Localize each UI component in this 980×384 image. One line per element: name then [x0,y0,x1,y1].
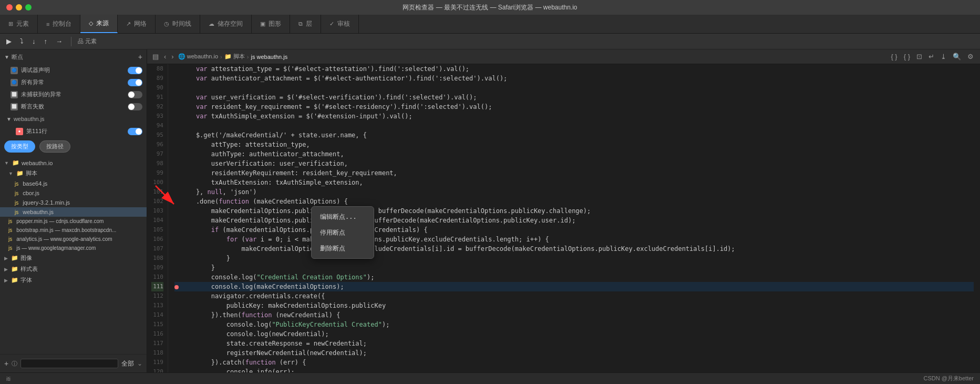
tree-gtm[interactable]: js js — www.googletagmanager.com [0,244,147,252]
tab-elements[interactable]: ⊞ 元素 [0,15,38,33]
tree-cbor[interactable]: js cbor.js [0,188,147,198]
code-line-99[interactable]: residentKeyRequirement: resident_key_req… [174,168,974,178]
minify-button[interactable]: ⊡ [914,52,924,62]
continue-button[interactable]: → [54,36,65,46]
step-over-button[interactable]: ⤵ [18,36,26,46]
tab-graphics[interactable]: ▣ 图形 [252,15,290,33]
ctx-disable-breakpoint[interactable]: 停用断点 [312,225,374,240]
filter-by-type-button[interactable]: 按类型 [4,140,35,153]
ctx-edit-breakpoint[interactable]: 编辑断点... [312,209,374,225]
code-line-110[interactable]: console.log("Credential Creation Options… [174,272,974,282]
bp-debugger-statement[interactable]: 🔵 调试器声明 [0,64,147,76]
code-line-100[interactable]: txAuthExtension: txAuthSimple_extension, [174,178,974,187]
tree-webauthn-io[interactable]: ▼ 📁 webauthn.io [0,158,147,168]
code-line-96[interactable]: attType: attestation_type, [174,140,974,149]
code-line-90[interactable] [174,83,974,93]
tab-console[interactable]: ≡ 控制台 [38,15,80,33]
step-into-button[interactable]: ↓ [30,36,38,46]
breakpoints-section-header[interactable]: ▼ 断点 + [0,49,147,64]
code-line-111[interactable]: console.log(makeCredentialOptions); [174,282,974,291]
code-line-120[interactable]: console.info(err); [174,367,974,372]
bp-assert-toggle[interactable] [128,103,142,110]
search-button[interactable]: 🔍 [951,52,963,62]
code-editor[interactable]: 8889909192939495969798991001011021031041… [147,64,980,372]
code-line-94[interactable] [174,121,974,130]
code-line-105[interactable]: if (makeCredentialOptions.publicKey.excl… [174,225,974,235]
code-line-113[interactable]: publicKey: makeCredentialOptions.publicK… [174,301,974,310]
tab-sources[interactable]: ◇ 来源 [80,15,118,33]
code-panel-toggle[interactable]: ▤ [151,52,160,62]
code-line-107[interactable]: makeCredentialOptions.publicKey.excludeC… [174,244,974,254]
code-line-98[interactable]: userVerification: user_verification, [174,159,974,168]
code-line-112[interactable]: navigator.credentials.create({ [174,291,974,301]
tree-fonts-folder[interactable]: ▶ 📁 字体 [0,275,147,286]
add-breakpoint-button[interactable]: + [138,53,142,61]
code-line-114[interactable]: }).then(function (newCredential) { [174,310,974,320]
filter-add-button[interactable]: + [4,359,8,368]
code-line-92[interactable]: var resident_key_requirement = $('#selec… [174,102,974,112]
settings-button[interactable]: ⚙ [965,52,976,62]
tab-audit[interactable]: ✓ 审核 [321,15,359,33]
code-line-119[interactable]: }).catch(function (err) { [174,358,974,367]
tree-base64[interactable]: js base64.js [0,179,147,188]
code-line-89[interactable]: var authenticator_attachment = $('#selec… [174,74,974,83]
code-line-101[interactable]: }, null, 'json') [174,187,974,197]
filter-input[interactable] [20,359,118,368]
breadcrumb-webauthn-js[interactable]: js webauthn.js [251,54,287,60]
tab-network[interactable]: ↗ 网络 [118,15,156,33]
code-line-102[interactable]: .done(function (makeCredentialOptions) { [174,197,974,206]
code-line-104[interactable]: makeCredentialOptions.publicKey.user.id … [174,216,974,225]
filter-info-button[interactable]: ⓘ [12,360,17,368]
bp-all-exceptions[interactable]: 🔵 所有异常 [0,76,147,88]
breadcrumb-webauthn-io[interactable]: 🌐 webauthn.io [178,53,218,60]
code-line-97[interactable]: authType: authenticator_attachment, [174,149,974,159]
maximize-button[interactable] [25,4,32,11]
code-line-91[interactable]: var user_verification = $('#select-verif… [174,93,974,102]
code-line-109[interactable]: } [174,263,974,272]
filter-by-path-button[interactable]: 按路径 [39,140,70,153]
wrap-button[interactable]: ↵ [926,52,936,62]
tab-layers[interactable]: ⧉ 层 [290,15,321,33]
tree-webauthn-js[interactable]: js webauthn.js [0,207,147,217]
tree-images-folder[interactable]: ▶ 📁 图像 [0,252,147,264]
tab-storage[interactable]: ☁ 储存空间 [200,15,252,33]
code-line-118[interactable]: registerNewCredential(newCredential); [174,348,974,358]
bp-all-toggle[interactable] [128,79,142,86]
code-line-115[interactable]: console.log("PublicKeyCredential Created… [174,320,974,329]
close-button[interactable] [6,4,13,11]
filter-expand-icon[interactable]: ⌄ [137,360,142,367]
breadcrumb-scripts[interactable]: 📁 脚本 [224,53,245,60]
webauthn-line-111[interactable]: ● 第111行 [0,125,147,137]
pause-resume-button[interactable]: ▶ [4,36,14,46]
minimize-button[interactable] [16,4,22,11]
code-line-116[interactable]: console.log(newCredential); [174,329,974,339]
back-button[interactable]: ‹ [163,52,167,62]
bp-debugger-toggle[interactable] [128,67,142,74]
tree-scripts-folder[interactable]: ▼ 📁 脚本 [0,168,147,179]
bp-uncaught-exceptions[interactable]: ⬜ 未捕获到的异常 [0,88,147,100]
forward-button[interactable]: › [170,52,174,62]
code-line-88[interactable]: var attestation_type = $('#select-attest… [174,64,974,74]
tree-analytics-label: analytics.js — www.google-analytics.com [16,236,112,242]
tree-analytics[interactable]: js analytics.js — www.google-analytics.c… [0,235,147,244]
tree-styles-folder[interactable]: ▶ 📁 样式表 [0,264,147,275]
bp-line-toggle[interactable] [128,128,142,135]
step-out-button[interactable]: ↑ [42,36,50,46]
code-line-108[interactable]: } [174,254,974,263]
bp-uncaught-toggle[interactable] [128,91,142,98]
download-button[interactable]: ⤓ [938,52,948,62]
code-line-117[interactable]: state.createResponse = newCredential; [174,339,974,348]
ctx-delete-breakpoint[interactable]: 删除断点 [312,240,374,256]
tree-bootstrap[interactable]: js bootstrap.min.js — maxcdn.bootstrapcd… [0,226,147,235]
format-button[interactable]: { } [889,52,899,62]
code-line-103[interactable]: makeCredentialOptions.publicKey.challeng… [174,206,974,216]
code-line-106[interactable]: for (var i = 0; i < makeCredentialOption… [174,235,974,244]
code-line-93[interactable]: var txAuthSimple_extension = $('#extensi… [174,112,974,121]
code-line-95[interactable]: $.get('/makeCredential/' + state.user.na… [174,130,974,140]
webauthn-section-header[interactable]: ▼ webauthn.js [0,113,147,125]
tree-popper[interactable]: js popper.min.js — cdnjs.cloudflare.com [0,217,147,226]
bp-assert-fail[interactable]: ⬜ 断言失败 [0,100,147,113]
pretty-print-button[interactable]: { } [902,52,912,62]
tree-jquery[interactable]: js jquery-3.2.1.min.js [0,198,147,207]
tab-timeline[interactable]: ◷ 时间线 [156,15,200,33]
